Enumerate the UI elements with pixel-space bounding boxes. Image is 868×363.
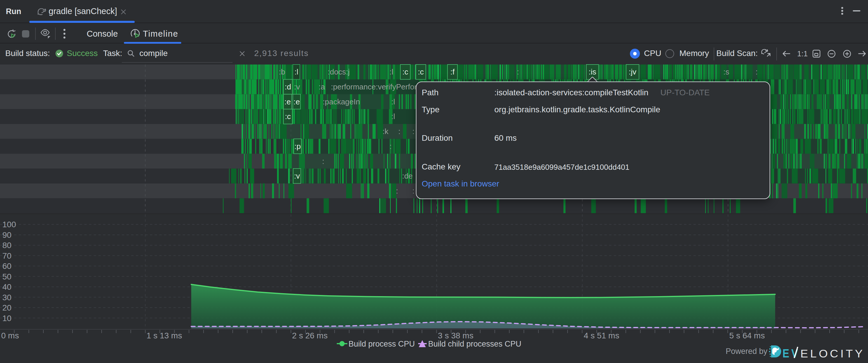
- svg-text::: :: [412, 187, 414, 195]
- svg-text::: :: [755, 67, 757, 76]
- svg-text:90: 90: [2, 230, 11, 240]
- svg-text::: :: [396, 187, 398, 195]
- svg-text::: :: [398, 127, 400, 136]
- svg-text:10: 10: [2, 314, 11, 323]
- svg-text:70: 70: [2, 251, 11, 260]
- svg-text::c: :c: [418, 67, 424, 76]
- svg-text::v: :v: [294, 171, 300, 180]
- svg-text::e: :e: [293, 97, 300, 106]
- svg-text:50: 50: [2, 272, 11, 281]
- svg-text::l: :l: [391, 112, 395, 121]
- svg-text::is: :is: [589, 67, 596, 76]
- svg-text:30: 30: [2, 293, 11, 302]
- svg-text::s: :s: [723, 67, 729, 76]
- svg-text::de: :de: [402, 171, 413, 180]
- svg-text::jv: :jv: [629, 67, 637, 76]
- svg-text::d: :d: [285, 82, 291, 91]
- svg-text:4 s 51 ms: 4 s 51 ms: [584, 331, 619, 340]
- svg-text::l: :l: [390, 67, 393, 76]
- svg-text::c: :c: [402, 67, 408, 76]
- svg-text::a: :a: [319, 82, 325, 91]
- svg-text:80: 80: [2, 241, 11, 250]
- svg-text::f: :f: [451, 67, 455, 76]
- svg-text::l: :l: [391, 97, 395, 106]
- svg-text::p: :p: [294, 142, 301, 151]
- svg-text::: :: [412, 127, 414, 136]
- svg-text:40: 40: [2, 282, 11, 291]
- svg-text:Build child processes CPU: Build child processes CPU: [428, 339, 521, 348]
- svg-text::l: :l: [294, 67, 299, 76]
- svg-text:0 ms: 0 ms: [1, 331, 19, 340]
- svg-text::docs:j: :docs:j: [328, 67, 350, 76]
- svg-text::: :: [390, 142, 392, 151]
- svg-text::: :: [517, 67, 519, 76]
- svg-text:ELOCITY: ELOCITY: [800, 348, 865, 359]
- svg-text::packageIn: :packageIn: [323, 97, 360, 106]
- svg-text::: :: [322, 157, 324, 166]
- svg-text::v: :v: [294, 82, 300, 91]
- svg-text::b: :b: [279, 67, 285, 76]
- svg-text:E: E: [782, 347, 789, 359]
- svg-text::c: :c: [285, 112, 291, 121]
- svg-text::e: :e: [284, 97, 291, 106]
- svg-text:2 s 26 ms: 2 s 26 ms: [292, 331, 328, 340]
- svg-text:100: 100: [2, 220, 16, 229]
- svg-text:5 s 64 ms: 5 s 64 ms: [729, 331, 765, 340]
- svg-text:3 s 38 ms: 3 s 38 ms: [438, 331, 473, 340]
- svg-text:20: 20: [2, 303, 11, 312]
- svg-text:Build process CPU: Build process CPU: [348, 339, 415, 348]
- svg-text:60: 60: [2, 261, 11, 271]
- svg-text::k: :k: [382, 127, 389, 136]
- svg-text:1 s 13 ms: 1 s 13 ms: [147, 331, 182, 340]
